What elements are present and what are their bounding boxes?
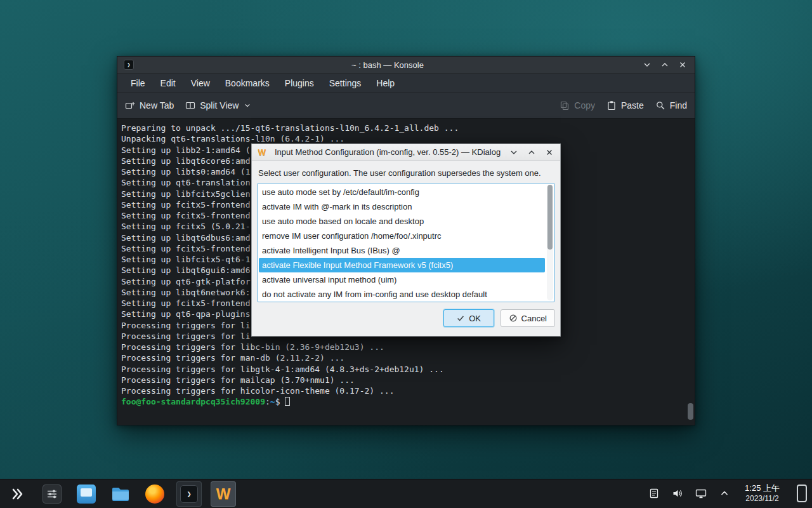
folder-icon [111, 486, 130, 502]
clipboard-icon[interactable] [647, 486, 661, 500]
terminal-line: Preparing to unpack .../15-qt6-translati… [121, 123, 690, 133]
prompt-path: ~ [270, 397, 275, 406]
close-icon[interactable] [544, 147, 555, 158]
dialog-list-item[interactable]: remove IM user configuration /home/foo/.… [259, 229, 545, 243]
dialog-scrollbar[interactable] [547, 185, 553, 300]
clock[interactable]: 1:25 上午 2023/11/2 [741, 483, 783, 504]
dialog-list-item[interactable]: activate Intelligent Input Bus (IBus) @ [259, 243, 545, 258]
app-launcher-icon [11, 488, 24, 500]
desktop-background: ❯ ~ : bash — Konsole FileEditViewBookmar… [0, 0, 812, 508]
menu-item[interactable]: Plugins [278, 76, 321, 90]
computer-icon [77, 485, 96, 504]
search-icon [655, 100, 665, 110]
ok-label: OK [469, 314, 481, 323]
taskbar-item-files[interactable] [108, 481, 133, 507]
cancel-button[interactable]: Cancel [501, 309, 555, 327]
maximize-icon[interactable] [526, 147, 537, 158]
paste-icon [606, 100, 617, 110]
taskbar: ❯ W 1:25 上午 2023/11/2 [0, 479, 812, 508]
taskbar-item-konsole[interactable]: ❯ [176, 481, 202, 507]
terminal-line: Processing triggers for hicolor-icon-the… [121, 385, 690, 396]
konsole-window-title: ~ : bash — Konsole [134, 60, 641, 70]
split-view-button[interactable]: Split View [185, 100, 251, 110]
dialog-list-item[interactable]: activate Flexible Input Method Framework… [259, 258, 545, 272]
check-icon [456, 314, 465, 323]
konsole-menubar: FileEditViewBookmarksPluginsSettingsHelp [117, 73, 695, 92]
menu-item[interactable]: View [184, 76, 217, 90]
prompt-user-host: foo@foo-standardpcq35ich92009 [121, 397, 265, 406]
dialog-button-row: OK Cancel [257, 309, 555, 327]
sliders-icon [43, 485, 62, 504]
dialog-list-item[interactable]: use auto mode based on locale and deskto… [259, 214, 545, 229]
show-desktop-icon[interactable] [797, 485, 807, 502]
terminal-line: Processing triggers for libgtk-4-1:amd64… [121, 364, 690, 375]
kdialog-w-icon: W [216, 485, 231, 503]
new-tab-icon [125, 100, 135, 110]
kdialog-app-icon: W [257, 147, 267, 157]
new-tab-label: New Tab [140, 100, 174, 110]
minimize-icon[interactable] [508, 147, 520, 158]
app-launcher-button[interactable] [5, 481, 30, 507]
find-label: Find [670, 100, 687, 110]
terminal-line: Processing triggers for man-db (2.11.2-2… [121, 352, 690, 363]
taskbar-item-firefox[interactable] [142, 481, 167, 507]
terminal-scrollbar-thumb[interactable] [688, 403, 693, 420]
close-icon[interactable] [677, 59, 688, 70]
cancel-icon [509, 314, 518, 323]
dialog-list-item[interactable]: activate IM with @-mark in its descripti… [259, 199, 545, 214]
konsole-toolbar: New Tab Split View Copy Paste Find [117, 92, 695, 119]
paste-button[interactable]: Paste [606, 100, 644, 110]
clock-date: 2023/11/2 [745, 494, 780, 504]
konsole-titlebar[interactable]: ❯ ~ : bash — Konsole [117, 57, 695, 73]
display-icon[interactable] [694, 486, 708, 500]
dialog-list-item[interactable]: activate universal input method (uim) [259, 272, 545, 287]
split-view-icon [185, 100, 195, 110]
taskbar-item-settings[interactable] [39, 481, 65, 507]
paste-label: Paste [621, 100, 644, 110]
taskbar-item-kdialog[interactable]: W [211, 481, 236, 507]
chevron-down-icon [244, 102, 251, 109]
menu-item[interactable]: Edit [154, 76, 183, 90]
terminal-cursor [285, 397, 290, 406]
kdialog-window-title: Input Method Configuration (im-config, v… [267, 147, 508, 157]
konsole-app-icon: ❯ [124, 60, 134, 70]
terminal-prompt-line: foo@foo-standardpcq35ich92009:~$ [121, 396, 690, 407]
copy-label: Copy [574, 100, 595, 110]
dialog-list-item[interactable]: use auto mode set by /etc/default/im-con… [259, 185, 545, 199]
menu-item[interactable]: Bookmarks [218, 76, 277, 90]
menu-item[interactable]: File [124, 76, 152, 90]
ok-button[interactable]: OK [443, 309, 494, 327]
minimize-icon[interactable] [641, 59, 653, 70]
dialog-listbox[interactable]: use auto mode set by /etc/default/im-con… [257, 183, 555, 302]
dialog-message: Select user configuration. The user conf… [258, 168, 554, 178]
terminal-line: Processing triggers for mailcap (3.70+nm… [121, 375, 690, 385]
caret-up-icon[interactable] [717, 486, 731, 500]
taskbar-item-computer[interactable] [74, 481, 99, 507]
prompt-colon: : [265, 397, 270, 406]
terminal-line: Unpacking qt6-translations-l10n (6.4.2-1… [121, 133, 690, 144]
konsole-icon: ❯ [180, 485, 198, 503]
split-view-label: Split View [200, 100, 239, 110]
menu-item[interactable]: Help [369, 76, 402, 90]
dialog-list-item[interactable]: do not activate any IM from im-config an… [259, 287, 545, 302]
firefox-icon [145, 485, 164, 504]
maximize-icon[interactable] [659, 59, 671, 70]
terminal-line: Processing triggers for libc-bin (2.36-9… [121, 342, 690, 352]
cancel-label: Cancel [521, 314, 547, 323]
clock-time: 1:25 上午 [745, 483, 780, 494]
dialog-scrollbar-thumb[interactable] [547, 185, 553, 250]
prompt-dollar: $ [275, 397, 280, 406]
new-tab-button[interactable]: New Tab [125, 100, 174, 110]
volume-icon[interactable] [671, 486, 684, 500]
find-button[interactable]: Find [655, 100, 687, 110]
menu-item[interactable]: Settings [322, 76, 369, 90]
copy-button[interactable]: Copy [560, 100, 595, 110]
kdialog-window: W Input Method Configuration (im-config,… [251, 144, 561, 337]
kdialog-titlebar[interactable]: W Input Method Configuration (im-config,… [252, 144, 560, 161]
copy-icon [560, 100, 570, 110]
